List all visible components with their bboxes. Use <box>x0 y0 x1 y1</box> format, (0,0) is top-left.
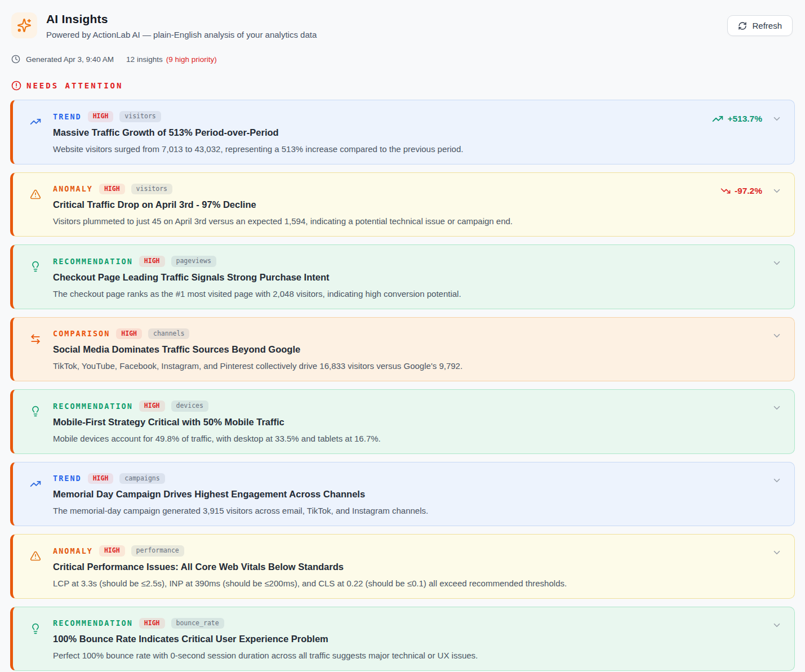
insight-title: Memorial Day Campaign Drives Highest Eng… <box>53 489 760 500</box>
insight-card-right <box>760 607 794 630</box>
priority-badge: HIGH <box>88 111 114 122</box>
priority-badge: HIGH <box>116 328 142 340</box>
insight-type-row: TREND HIGH visitors <box>53 111 701 122</box>
insight-card-right <box>760 535 794 558</box>
page-subtitle: Powered by ActionLab AI — plain-English … <box>46 30 317 39</box>
generated-timestamp: Generated Apr 3, 9:40 AM <box>26 55 114 64</box>
insight-title: Critical Traffic Drop on April 3rd - 97%… <box>53 199 709 210</box>
chevron-down-icon[interactable] <box>772 114 782 124</box>
trending-up-icon <box>30 116 41 127</box>
alert-triangle-icon <box>30 550 41 562</box>
category-tag: campaigns <box>119 473 164 484</box>
refresh-label: Refresh <box>752 21 782 30</box>
lightbulb-icon <box>30 406 41 417</box>
insight-card-right <box>760 318 794 341</box>
chevron-down-icon[interactable] <box>772 620 782 630</box>
metric-value: -97.2% <box>721 186 762 196</box>
insight-card[interactable]: ANOMALY HIGH performance Critical Perfor… <box>10 534 795 599</box>
insight-title: 100% Bounce Rate Indicates Critical User… <box>53 634 760 644</box>
trending-down-icon <box>721 186 731 196</box>
insight-card-body: RECOMMENDATION HIGH devices Mobile-First… <box>53 390 760 453</box>
sparkles-icon <box>11 12 37 38</box>
insight-description: TikTok, YouTube, Facebook, Instagram, an… <box>53 361 760 371</box>
insight-title: Mobile-First Strategy Critical with 50% … <box>53 417 760 428</box>
insight-type-label: TREND <box>53 474 82 483</box>
priority-badge: HIGH <box>88 473 114 484</box>
insight-type-row: RECOMMENDATION HIGH pageviews <box>53 256 760 267</box>
insight-card-body: COMPARISON HIGH channels Social Media Do… <box>53 318 760 381</box>
refresh-button[interactable]: Refresh <box>727 15 793 36</box>
insight-card-body: RECOMMENDATION HIGH bounce_rate 100% Bou… <box>53 607 760 671</box>
page-title: AI Insights <box>46 12 317 26</box>
insight-type-label: RECOMMENDATION <box>53 618 133 628</box>
lightbulb-icon <box>30 623 41 634</box>
high-priority-count: (9 high priority) <box>166 55 217 64</box>
insight-card[interactable]: TREND HIGH campaigns Memorial Day Campai… <box>10 462 795 527</box>
arrows-left-right-icon <box>30 333 41 345</box>
ai-insights-page: AI Insights Powered by ActionLab AI — pl… <box>0 0 805 671</box>
chevron-down-icon[interactable] <box>772 331 782 341</box>
trending-up-icon <box>30 478 41 489</box>
insight-type-row: ANOMALY HIGH visitors <box>53 184 709 195</box>
insight-card[interactable]: ANOMALY HIGH visitors Critical Traffic D… <box>10 172 795 237</box>
category-tag: visitors <box>119 111 161 122</box>
chevron-down-icon[interactable] <box>772 258 782 268</box>
chevron-down-icon[interactable] <box>772 548 782 558</box>
insight-description: Visitors plummeted to just 45 on April 3… <box>53 216 709 226</box>
insight-card-right <box>760 462 794 486</box>
insight-title: Checkout Page Leading Traffic Signals St… <box>53 272 760 283</box>
category-tag: performance <box>131 545 184 557</box>
insight-card-body: TREND HIGH campaigns Memorial Day Campai… <box>53 462 760 526</box>
insight-card-body: ANOMALY HIGH visitors Critical Traffic D… <box>53 173 709 237</box>
insight-card-body: ANOMALY HIGH performance Critical Perfor… <box>53 535 760 598</box>
refresh-icon <box>738 21 747 30</box>
insight-card-right <box>760 245 794 268</box>
insights-count: 12 insights <box>126 55 163 64</box>
insight-card[interactable]: RECOMMENDATION HIGH bounce_rate 100% Bou… <box>10 607 795 671</box>
priority-badge: HIGH <box>139 618 165 629</box>
insight-cards-list: TREND HIGH visitors Massive Traffic Grow… <box>10 100 795 671</box>
insight-type-row: ANOMALY HIGH performance <box>53 545 760 557</box>
insight-card-body: TREND HIGH visitors Massive Traffic Grow… <box>53 100 701 164</box>
chevron-down-icon[interactable] <box>772 475 782 486</box>
page-header: AI Insights Powered by ActionLab AI — pl… <box>10 12 795 39</box>
insight-type-label: RECOMMENDATION <box>53 257 133 266</box>
insight-card[interactable]: COMPARISON HIGH channels Social Media Do… <box>10 317 795 382</box>
insight-type-row: RECOMMENDATION HIGH devices <box>53 400 760 412</box>
priority-badge: HIGH <box>139 400 165 412</box>
insight-type-label: COMPARISON <box>53 329 110 338</box>
insight-type-label: TREND <box>53 112 82 121</box>
trending-up-icon <box>712 113 723 124</box>
insight-description: Website visitors surged from 7,013 to 43… <box>53 144 701 154</box>
category-tag: devices <box>171 400 208 412</box>
insight-card-body: RECOMMENDATION HIGH pageviews Checkout P… <box>53 245 760 309</box>
alert-circle-icon <box>11 81 21 91</box>
insight-type-label: ANOMALY <box>53 184 93 193</box>
insight-card-right: -97.2% <box>709 173 794 196</box>
insight-type-row: TREND HIGH campaigns <box>53 473 760 484</box>
insight-card[interactable]: RECOMMENDATION HIGH pageviews Checkout P… <box>10 244 795 309</box>
insight-card-right <box>760 390 794 413</box>
priority-badge: HIGH <box>99 545 125 557</box>
insight-card-right: +513.7% <box>701 100 794 124</box>
insight-description: LCP at 3.3s (should be ≤2.5s), INP at 39… <box>53 578 760 588</box>
metric-value: +513.7% <box>712 113 762 124</box>
chevron-down-icon[interactable] <box>772 403 782 413</box>
insight-type-row: COMPARISON HIGH channels <box>53 328 760 340</box>
priority-badge: HIGH <box>99 184 125 195</box>
insight-title: Massive Traffic Growth of 513% Period-ov… <box>53 127 701 138</box>
header-left: AI Insights Powered by ActionLab AI — pl… <box>11 12 317 39</box>
insight-type-label: RECOMMENDATION <box>53 402 133 411</box>
insight-card[interactable]: TREND HIGH visitors Massive Traffic Grow… <box>10 100 795 164</box>
insight-type-label: ANOMALY <box>53 546 93 555</box>
insight-description: The memorial-day campaign generated 3,91… <box>53 506 760 515</box>
insight-title: Social Media Dominates Traffic Sources B… <box>53 344 760 355</box>
chevron-down-icon[interactable] <box>772 186 782 196</box>
insight-description: The checkout page ranks as the #1 most v… <box>53 289 760 299</box>
insight-card[interactable]: RECOMMENDATION HIGH devices Mobile-First… <box>10 389 795 454</box>
insight-description: Perfect 100% bounce rate with 0-second s… <box>53 651 760 660</box>
lightbulb-icon <box>30 261 41 272</box>
alert-triangle-icon <box>30 189 41 200</box>
needs-attention-section-header: NEEDS ATTENTION <box>10 81 795 91</box>
insight-type-row: RECOMMENDATION HIGH bounce_rate <box>53 618 760 629</box>
